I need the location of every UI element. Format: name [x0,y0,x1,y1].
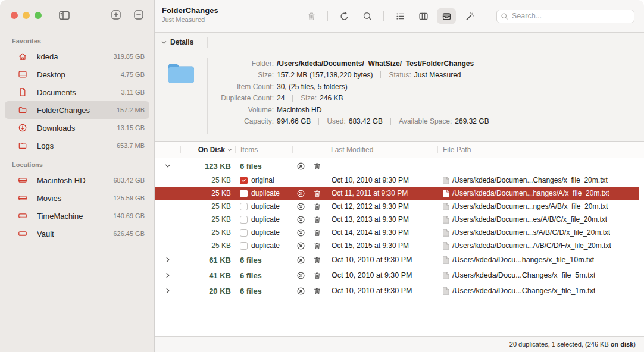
unchecked-checkbox[interactable] [240,203,248,210]
last-modified-cell [326,158,438,174]
table-group-row[interactable]: 61 KB6 filesOct 10, 2010 at 9:30 PM/User… [155,252,639,268]
expander[interactable] [155,283,181,298]
on-disk-cell: 25 KB [181,187,236,200]
delete-button[interactable] [302,8,321,24]
file-kind-label: duplicate [251,228,280,237]
remove-favorite-button[interactable] [133,10,144,22]
trash-button[interactable] [308,252,326,268]
trash-button[interactable] [308,268,326,283]
search-button[interactable] [358,8,377,24]
zoom-button[interactable] [35,12,42,19]
expander[interactable] [155,252,181,268]
table-file-row[interactable]: 25 KBduplicateOct 12, 2012 at 9:30 PM/Us… [155,200,639,213]
refresh-button[interactable] [334,8,354,24]
items-cell: duplicate [236,239,293,252]
on-disk-cell: 25 KB [181,239,236,252]
sidebar-item-logs[interactable]: Logs653.7 MB [5,137,149,155]
table-file-row[interactable]: 25 KBoriginalOct 10, 2010 at 9:30 PM/Use… [155,174,639,187]
refresh-icon [339,11,349,21]
sidebar-section-title: Favorites [0,34,154,48]
trash-button[interactable] [308,213,326,226]
on-disk-cell: 20 KB [181,283,236,298]
checked-checkbox[interactable] [240,177,248,184]
last-modified-cell: Oct 10, 2010 at 9:30 PM [326,283,438,298]
sidebar-toggle-button[interactable] [58,10,70,23]
unchecked-checkbox[interactable] [240,229,248,237]
unchecked-checkbox[interactable] [240,216,248,224]
sidebar-item-vault[interactable]: Vault626.45 GB [5,225,149,243]
column-header-expander [155,142,181,158]
file-path-cell [438,158,633,174]
unchecked-checkbox[interactable] [240,242,248,250]
table-file-row[interactable]: 25 KBduplicateOct 11, 2011 at 9:30 PM/Us… [155,187,639,200]
sidebar-item-label: Desktop [37,70,121,79]
sidebar-item-size: 4.75 GB [121,71,145,78]
search-icon [362,11,373,21]
trash-button[interactable] [308,158,326,174]
expander[interactable] [155,268,181,283]
sidebar-item-desktop[interactable]: Desktop4.75 GB [5,65,149,83]
remove-duplicate-button[interactable] [293,200,308,213]
table-group-row[interactable]: 41 KB6 filesOct 10, 2010 at 9:30 PM/User… [155,268,639,283]
column-header-on-disk[interactable]: On Disk [181,142,236,158]
wand-button[interactable] [460,8,479,24]
remove-duplicate-button[interactable] [293,187,308,200]
remove-duplicate-button[interactable] [293,268,308,283]
add-favorite-button[interactable] [111,10,121,22]
remove-duplicate-button[interactable] [293,213,308,226]
file-path-cell: /Users/kdeda/Documen...nges/A/B/x_file_2… [438,200,633,213]
remove-duplicate-button[interactable] [293,252,308,268]
sidebar-item-downloads[interactable]: Downloads13.15 GB [5,119,149,137]
trash-icon [313,189,321,198]
tray-view-button[interactable] [437,8,456,24]
remove-spacer [293,174,308,187]
last-modified-cell: Oct 10, 2010 at 9:30 PM [326,252,438,268]
close-button[interactable] [11,12,18,19]
window-title: FolderChanges [162,6,218,15]
details-value: 157.2 MB (157,138,220 bytes) [277,71,373,79]
trash-icon [313,202,321,211]
expander[interactable] [155,158,181,174]
columns-view-button[interactable] [414,8,433,24]
column-header-file-path[interactable]: File Path [438,142,633,158]
trash-button[interactable] [308,200,326,213]
sidebar-item-size: 683.42 GB [113,177,145,184]
trash-icon [313,215,321,224]
sidebar-item-timemachine[interactable]: TimeMachine140.69 GB [5,207,149,225]
table-file-row[interactable]: 25 KBduplicateOct 15, 2015 at 9:30 PM/Us… [155,239,639,252]
drive-icon [18,211,27,221]
sidebar-item-size: 653.7 MB [117,142,145,149]
table-file-row[interactable]: 25 KBduplicateOct 13, 2013 at 9:30 PM/Us… [155,213,639,226]
search-field[interactable] [496,10,634,23]
remove-duplicate-button[interactable] [293,239,308,252]
status-bar: 20 duplicates, 1 selected, (246 KB on di… [155,336,644,352]
details-value: 269.32 GB [455,117,489,125]
file-path-cell: /Users/kdeda/Documen...A/B/C/D/F/x_file_… [438,239,633,252]
sidebar-item-kdeda[interactable]: kdeda319.85 GB [5,48,149,65]
minimize-button[interactable] [23,12,30,19]
details-disclosure-bar[interactable]: Details [155,33,644,52]
trash-button[interactable] [308,187,326,200]
sidebar-item-folderchanges[interactable]: FolderChanges157.2 MB [5,101,149,119]
table-file-row[interactable]: 25 KBduplicateOct 14, 2014 at 9:30 PM/Us… [155,226,639,239]
remove-duplicate-button[interactable] [293,158,308,174]
details-row: Item Count:30, (25 files, 5 folders) [210,81,644,93]
remove-duplicate-button[interactable] [293,226,308,239]
table-group-row[interactable]: 123 KB6 files [155,158,639,174]
search-input[interactable] [511,11,630,21]
file-icon [443,203,449,210]
table-group-row[interactable]: 20 KB6 filesOct 10, 2010 at 9:30 PM/User… [155,283,639,298]
trash-button[interactable] [308,226,326,239]
remove-duplicate-button[interactable] [293,283,308,298]
sidebar-item-movies[interactable]: Movies125.59 GB [5,189,149,207]
sidebar-item-documents[interactable]: Documents3.11 GB [5,83,149,101]
file-path-cell: /Users/kdeda/Documen...s/A/B/C/D/x_file_… [438,226,633,239]
row-gutter [633,268,639,283]
column-header-last-modified[interactable]: Last Modified [326,142,438,158]
trash-button[interactable] [308,283,326,298]
sidebar-item-macintosh-hd[interactable]: Macintosh HD683.42 GB [5,171,149,189]
trash-button[interactable] [308,239,326,252]
unchecked-checkbox[interactable] [240,190,248,197]
list-view-button[interactable] [390,8,409,24]
column-header-items[interactable]: Items [236,142,293,158]
